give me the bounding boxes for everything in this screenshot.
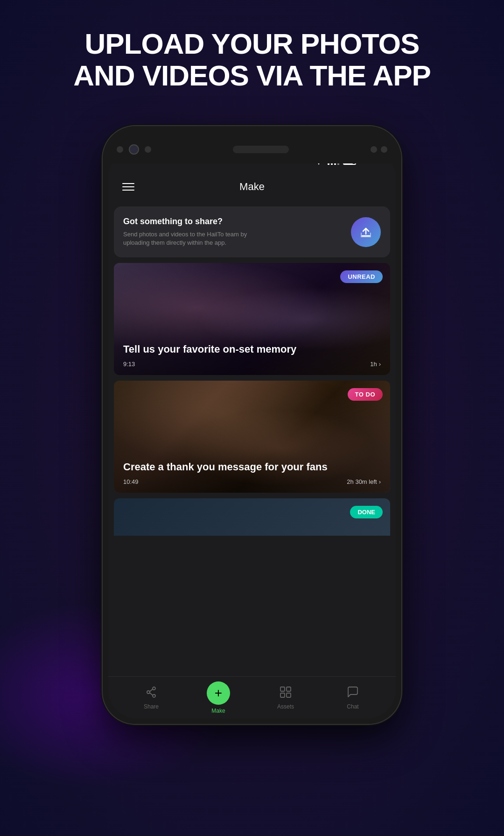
upload-icon bbox=[358, 225, 373, 240]
nav-item-make[interactable]: + Make bbox=[185, 681, 252, 714]
svg-rect-7 bbox=[280, 693, 285, 697]
app-header: Make bbox=[108, 173, 396, 201]
nav-label-chat: Chat bbox=[347, 703, 358, 710]
svg-rect-6 bbox=[287, 687, 291, 691]
card-on-set-memory[interactable]: UNREAD Tell us your favorite on-set memo… bbox=[114, 263, 390, 375]
upload-section: Got something to share? Send photos and … bbox=[114, 206, 390, 257]
plus-icon: + bbox=[215, 686, 222, 701]
card-thank-you[interactable]: TO DO Create a thank you message for you… bbox=[114, 381, 390, 493]
phone-shell: 12:42 Make Got something to share? Send … bbox=[103, 126, 401, 724]
card-time-right-2: 2h 30m left › bbox=[347, 478, 381, 485]
nav-item-chat[interactable]: Chat bbox=[319, 686, 386, 710]
hamburger-menu-button[interactable] bbox=[122, 183, 134, 191]
card-time-right-1: 1h › bbox=[370, 361, 381, 368]
card-partial-bg bbox=[114, 498, 390, 536]
svg-rect-5 bbox=[280, 687, 285, 691]
nav-label-share: Share bbox=[144, 703, 159, 710]
nav-label-make: Make bbox=[211, 708, 225, 714]
nav-item-assets[interactable]: Assets bbox=[252, 686, 319, 710]
svg-rect-8 bbox=[287, 693, 291, 697]
svg-line-3 bbox=[150, 689, 153, 691]
card-time-left-1: 9:13 bbox=[123, 361, 135, 368]
upload-subtitle: Send photos and videos to the HailTo tea… bbox=[123, 230, 254, 247]
sensor-dot bbox=[117, 146, 123, 153]
upload-button[interactable] bbox=[351, 217, 381, 247]
card-meta-1: 9:13 1h › bbox=[123, 361, 381, 368]
svg-point-2 bbox=[153, 694, 155, 697]
camera-dot-right2 bbox=[381, 146, 387, 153]
sensor-dot-2 bbox=[145, 146, 151, 153]
nav-item-share[interactable]: Share bbox=[118, 686, 185, 710]
card-partial-3[interactable]: DONE bbox=[114, 498, 390, 536]
camera-dot-right1 bbox=[371, 146, 377, 153]
svg-line-4 bbox=[150, 693, 153, 695]
svg-point-1 bbox=[147, 691, 150, 694]
nav-label-assets: Assets bbox=[277, 703, 294, 710]
card-content-2: Create a thank you message for your fans… bbox=[114, 453, 390, 493]
card-title-1: Tell us your favorite on-set memory bbox=[123, 343, 381, 356]
svg-point-0 bbox=[153, 687, 155, 690]
front-right-cameras bbox=[371, 146, 387, 153]
unread-badge: UNREAD bbox=[340, 270, 383, 283]
card-content-1: Tell us your favorite on-set memory 9:13… bbox=[114, 335, 390, 375]
front-camera-dot bbox=[129, 144, 139, 155]
chevron-right-icon: › bbox=[379, 361, 381, 368]
page-title: UPLOAD YOUR PHOTOS AND VIDEOS VIA THE AP… bbox=[0, 0, 504, 110]
card-time-left-2: 10:49 bbox=[123, 478, 139, 485]
todo-badge: TO DO bbox=[348, 388, 383, 401]
hamburger-line bbox=[122, 183, 134, 184]
hamburger-line bbox=[122, 190, 134, 191]
share-icon bbox=[145, 686, 158, 701]
phone-mockup: 12:42 Make Got something to share? Send … bbox=[103, 126, 401, 724]
phone-screen: 12:42 Make Got something to share? Send … bbox=[108, 149, 396, 718]
content-cards: UNREAD Tell us your favorite on-set memo… bbox=[108, 263, 396, 536]
chat-icon bbox=[346, 686, 359, 701]
partial-badge: DONE bbox=[350, 506, 383, 518]
speaker-grille bbox=[233, 146, 289, 153]
make-plus-button[interactable]: + bbox=[207, 681, 230, 705]
card-title-2: Create a thank you message for your fans bbox=[123, 461, 381, 474]
bottom-nav: Share + Make bbox=[108, 676, 396, 718]
phone-top-bar bbox=[103, 126, 401, 163]
hamburger-line bbox=[122, 186, 134, 187]
assets-icon bbox=[279, 686, 292, 701]
screen-title: Make bbox=[239, 181, 265, 193]
chevron-right-icon-2: › bbox=[379, 478, 381, 485]
card-meta-2: 10:49 2h 30m left › bbox=[123, 478, 381, 485]
upload-title: Got something to share? bbox=[123, 217, 351, 227]
upload-text-block: Got something to share? Send photos and … bbox=[123, 217, 351, 247]
front-camera-area bbox=[117, 144, 151, 155]
